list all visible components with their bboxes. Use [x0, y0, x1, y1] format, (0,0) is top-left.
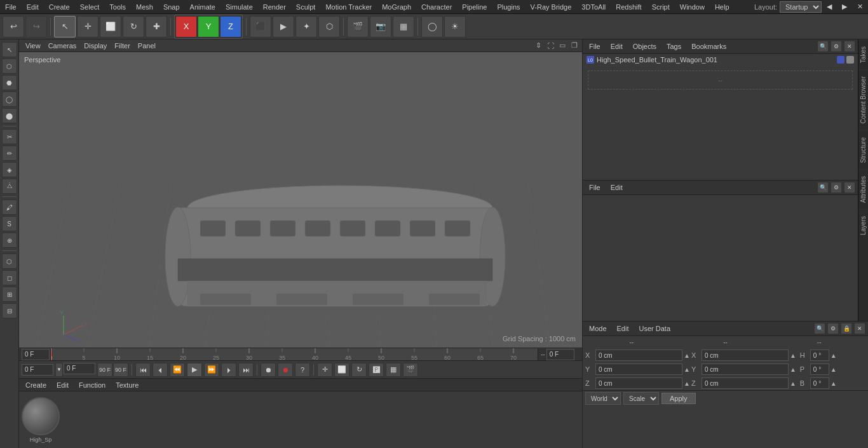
menu-simulate[interactable]: Simulate [220, 2, 258, 12]
scale-tool-pb[interactable]: ⬜ [334, 363, 349, 377]
object-item-row[interactable]: L0 High_Speed_Bullet_Train_Wagon_001 [583, 54, 858, 65]
end-frame-btn[interactable]: 90 F [97, 363, 112, 377]
pos-x-input[interactable] [595, 350, 682, 361]
om-objects[interactable]: Objects [629, 42, 660, 51]
menu-sculpt[interactable]: Sculpt [291, 2, 321, 12]
attrs-icon-3[interactable]: ✕ [854, 323, 865, 334]
next-frame-button[interactable]: ⏵ [221, 363, 236, 377]
viewport-icon-4[interactable]: ❐ [569, 41, 580, 51]
grid-button[interactable]: ▦ [386, 363, 401, 377]
menu-motion-tracker[interactable]: Motion Tracker [320, 2, 377, 12]
left-tool-9[interactable]: ⧊ [2, 179, 17, 194]
goto-end-button[interactable]: ⏭ [238, 363, 254, 377]
rot-y-arrow[interactable]: ▲ [790, 366, 796, 373]
layout-arrow-right[interactable]: ▶ [837, 1, 852, 12]
render-pb-button[interactable]: 🎬 [403, 363, 418, 377]
menu-vray[interactable]: V-Ray Bridge [526, 2, 577, 12]
menu-mograph[interactable]: MoGraph [377, 2, 416, 12]
menu-character[interactable]: Character [416, 2, 457, 12]
attrs-icon-lock[interactable]: 🔒 [841, 323, 852, 334]
redo-button[interactable]: ↪ [25, 16, 47, 37]
cb-file[interactable]: File [585, 183, 604, 192]
axis-y-button[interactable]: Y [198, 16, 219, 37]
menu-help[interactable]: Help [710, 2, 735, 12]
menu-script[interactable]: Script [647, 2, 675, 12]
om-file[interactable]: File [585, 42, 604, 51]
menu-animate[interactable]: Animate [185, 2, 220, 12]
cb-edit[interactable]: Edit [607, 183, 627, 192]
left-tool-6[interactable]: ✂ [2, 129, 17, 144]
om-filter-icon[interactable]: ⚙ [831, 41, 842, 52]
mat-menu-function[interactable]: Function [75, 381, 109, 390]
pos-y-arrow[interactable]: ▲ [684, 366, 690, 373]
prev-frame-button[interactable]: ⏴ [153, 363, 168, 377]
menu-snap[interactable]: Snap [158, 2, 185, 12]
rot-x-arrow[interactable]: ▲ [790, 352, 796, 359]
viewport-menu-view[interactable]: View [22, 41, 44, 50]
left-tool-4[interactable]: ◯ [2, 92, 17, 107]
rot-h-arrow[interactable]: ▲ [831, 352, 837, 359]
menu-redshift[interactable]: Redshift [611, 2, 646, 12]
apply-button[interactable]: Apply [661, 393, 696, 404]
polygon-mode-button[interactable]: ▶ [273, 16, 294, 37]
cb-icon-3[interactable]: ✕ [844, 182, 855, 193]
viewport-icon-3[interactable]: ▭ [557, 41, 567, 51]
camera-button[interactable]: ◯ [421, 16, 443, 37]
cb-icon-1[interactable]: 🔍 [817, 182, 829, 193]
viewport-menu-cameras[interactable]: Cameras [44, 41, 81, 50]
viewport-icon-2[interactable]: ⛶ [545, 41, 555, 51]
left-tool-2[interactable]: ⬡ [2, 58, 17, 74]
frame-start-dropdown[interactable]: ▼ [55, 363, 63, 377]
render-button[interactable]: 📷 [370, 16, 391, 37]
pos-y-input[interactable] [595, 363, 682, 375]
menu-mesh[interactable]: Mesh [131, 2, 158, 12]
rot-z-arrow[interactable]: ▲ [790, 380, 796, 387]
attrs-icon-2[interactable]: ⚙ [827, 323, 839, 334]
cb-icon-2[interactable]: ⚙ [831, 182, 842, 193]
mat-menu-create[interactable]: Create [22, 381, 50, 390]
layout-arrow-left[interactable]: ◀ [822, 1, 837, 12]
rot-x-input[interactable] [702, 350, 789, 361]
undo-button[interactable]: ↩ [3, 16, 24, 37]
left-tool-5[interactable]: ⬤ [2, 108, 17, 123]
prev-key-button[interactable]: ⏪ [170, 363, 185, 377]
mat-menu-edit[interactable]: Edit [53, 381, 72, 390]
move-tool-pb[interactable]: ✛ [317, 363, 332, 377]
point-mode-button[interactable]: ⬡ [318, 16, 340, 37]
rot-p-arrow[interactable]: ▲ [831, 366, 837, 373]
om-search-icon[interactable]: 🔍 [817, 41, 829, 52]
rot-b-input[interactable] [810, 377, 829, 389]
tab-attributes[interactable]: Attributes [858, 169, 868, 209]
timeline-current-frame[interactable] [22, 349, 50, 360]
layout-close[interactable]: ✕ [852, 1, 868, 12]
pos-z-input[interactable] [595, 377, 682, 389]
parking-button[interactable]: 🅿 [369, 363, 384, 377]
viewport-menu-panel[interactable]: Panel [134, 41, 159, 50]
autokey-button[interactable]: ⏺ [278, 363, 293, 377]
tab-layers[interactable]: Layers [858, 209, 868, 241]
layout-dropdown[interactable]: Startup [780, 1, 822, 13]
menu-select[interactable]: Select [75, 2, 105, 12]
left-tool-7[interactable]: ✏ [2, 146, 17, 161]
menu-create[interactable]: Create [44, 2, 75, 12]
axis-x-button[interactable]: X [175, 16, 197, 37]
om-bookmarks[interactable]: Bookmarks [688, 42, 730, 51]
om-close-icon[interactable]: ✕ [844, 41, 855, 52]
pos-x-arrow[interactable]: ▲ [684, 352, 690, 359]
om-tags[interactable]: Tags [663, 42, 685, 51]
left-tool-16[interactable]: ⊟ [2, 303, 17, 318]
rot-z-input[interactable] [702, 377, 789, 389]
attrs-icon-1[interactable]: 🔍 [814, 323, 825, 334]
scale-tool-button[interactable]: ⬜ [100, 16, 121, 37]
left-tool-1[interactable]: ↖ [2, 42, 17, 57]
left-tool-15[interactable]: ⊞ [2, 287, 17, 302]
menu-window[interactable]: Window [675, 2, 710, 12]
render-settings-button[interactable]: ▦ [393, 16, 414, 37]
menu-pipeline[interactable]: Pipeline [457, 2, 492, 12]
object-mode-button[interactable]: ⬛ [250, 16, 271, 37]
current-frame-input[interactable] [22, 364, 53, 376]
record-button[interactable]: ⏺ [261, 363, 276, 377]
left-tool-8[interactable]: ◈ [2, 162, 17, 177]
menu-file[interactable]: File [0, 2, 22, 12]
goto-start-button[interactable]: ⏮ [135, 363, 151, 377]
